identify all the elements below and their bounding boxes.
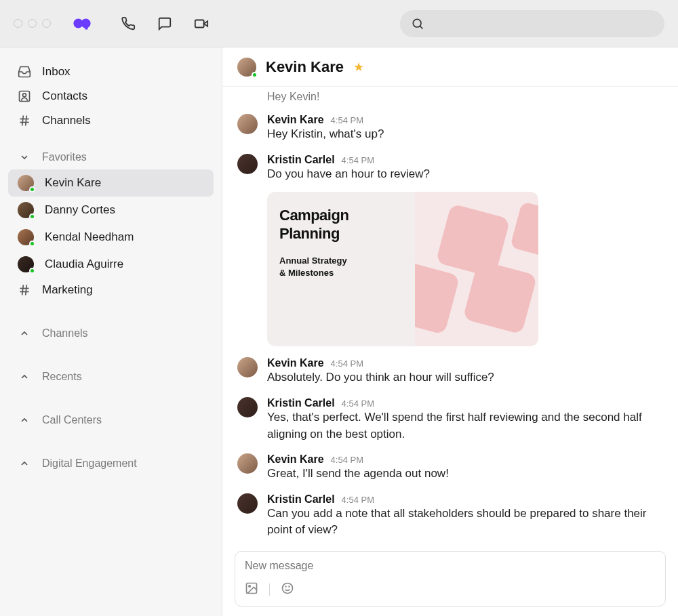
section-label: Recents [42,371,82,383]
chat-icon[interactable] [157,16,173,32]
contacts-icon [18,89,31,103]
section-label: Channels [42,327,88,340]
window-max-dot[interactable] [42,19,51,28]
svg-line-9 [22,116,24,126]
message: Kristin Carlel4:54 PMCan you add a note … [237,493,663,539]
message-text: Do you have an hour to review? [267,166,663,183]
message-avatar[interactable] [237,114,258,134]
chat-header: Kevin Kare ★ [222,47,678,87]
message-text: Absolutely. Do you think an hour will su… [267,369,663,386]
window-topbar [0,0,678,47]
message-sender: Kristin Carlel [267,397,335,409]
message-text: Can you add a note that all stakeholders… [267,506,663,539]
hash-icon [18,283,31,297]
message: Kristin Carlel4:54 PMDo you have an hour… [237,154,663,347]
message-text: Great, I'll send the agenda out now! [267,466,663,482]
sidebar-item-contact[interactable]: Kevin Kare [8,169,214,197]
phone-icon[interactable] [120,16,136,32]
avatar [18,229,34,245]
message-avatar[interactable] [237,397,258,417]
search-icon [411,17,424,30]
sidebar-item-channel[interactable]: Marketing [8,278,214,302]
chat-pane: Kevin Kare ★ Hey Kevin! Kevin Kare4:54 P… [222,47,678,616]
svg-point-4 [413,19,421,27]
message-sender: Kevin Kare [267,114,324,126]
section-label: Call Centers [42,414,102,426]
inbox-icon [18,65,31,79]
chevron-down-icon [18,150,31,164]
presence-online-icon [252,72,258,78]
chevron-up-icon [18,457,31,470]
svg-line-14 [26,285,27,295]
svg-line-10 [26,116,27,126]
chevron-up-icon [18,413,31,427]
sidebar-item-label: Danny Cortes [45,203,115,217]
presence-online-icon [29,213,35,220]
sidebar-item-contact[interactable]: Danny Cortes [8,197,214,224]
message: Kevin Kare4:54 PMGreat, I'll send the ag… [237,453,663,482]
sidebar-item-contact[interactable]: Kendal Needham [8,224,214,251]
presence-online-icon [29,241,35,247]
message-sender: Kevin Kare [267,357,324,369]
message-text: Yes, that's perfect. We'll spend the fir… [267,409,663,443]
section-label: Digital Engagement [42,457,137,470]
attachment-title: CampaignPlanning [279,207,403,243]
chat-title: Kevin Kare [266,58,344,76]
presence-online-icon [29,186,35,192]
section-recents[interactable]: Recents [8,365,214,389]
nav-channels[interactable]: Channels [8,108,214,133]
svg-rect-3 [195,20,204,27]
section-channels[interactable]: Channels [8,321,214,346]
message-avatar[interactable] [237,453,258,474]
emoji-icon[interactable] [281,581,294,598]
svg-point-21 [249,586,251,588]
message: Kristin Carlel4:54 PMYes, that's perfect… [237,397,663,443]
message-list[interactable]: Hey Kevin! Kevin Kare4:54 PMHey Kristin,… [222,87,678,547]
video-icon[interactable] [193,16,210,32]
message-time: 4:54 PM [331,358,363,369]
star-icon[interactable]: ★ [353,60,364,75]
message-composer[interactable] [235,551,666,607]
image-attach-icon[interactable] [245,581,258,598]
window-close-dot[interactable] [14,19,22,28]
composer-divider [269,583,270,596]
svg-point-23 [285,586,286,587]
message-time: 4:54 PM [342,495,374,505]
composer-input[interactable] [245,560,656,572]
section-favorites[interactable]: Favorites [8,145,214,169]
svg-point-24 [289,586,290,587]
sidebar: Inbox Contacts Channels Favorites Kevin … [0,47,222,616]
message-sender: Kevin Kare [267,453,324,466]
avatar [18,202,34,218]
avatar [18,256,34,272]
message-avatar[interactable] [237,493,258,514]
presence-online-icon [29,268,35,274]
attachment-card[interactable]: CampaignPlanningAnnual Strategy& Milesto… [267,192,538,346]
sidebar-item-label: Marketing [42,283,93,297]
message-sender: Kristin Carlel [267,493,335,506]
message: Kevin Kare4:54 PMAbsolutely. Do you thin… [237,357,663,386]
message-text: Hey Kristin, what's up? [267,126,663,143]
search-input[interactable] [400,10,664,37]
message-time: 4:54 PM [342,155,374,165]
nav-label: Inbox [42,65,71,79]
sidebar-item-contact[interactable]: Claudia Aguirre [8,251,214,278]
window-min-dot[interactable] [28,19,37,28]
message-time: 4:54 PM [331,455,363,465]
attachment-image [415,192,538,346]
message-avatar[interactable] [237,154,258,174]
nav-contacts[interactable]: Contacts [8,84,214,108]
svg-line-13 [22,285,24,295]
svg-rect-2 [85,26,87,29]
message: Kevin Kare4:54 PMHey Kristin, what's up? [237,114,663,143]
window-traffic-lights [14,19,51,28]
message-avatar[interactable] [237,357,258,377]
truncated-previous-message: Hey Kevin! [267,91,663,103]
svg-point-6 [23,94,26,97]
nav-inbox[interactable]: Inbox [8,60,214,84]
section-call-centers[interactable]: Call Centers [8,408,214,432]
section-digital-engagement[interactable]: Digital Engagement [8,451,214,476]
attachment-subtitle: Annual Strategy& Milestones [279,255,403,279]
chat-header-avatar[interactable] [237,58,256,77]
section-label: Favorites [42,151,87,163]
